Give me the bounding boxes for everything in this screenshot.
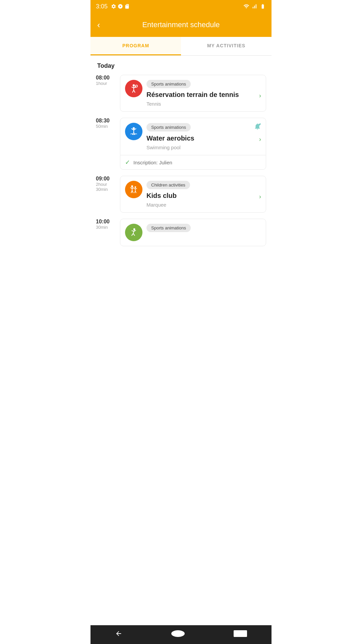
tab-program[interactable]: PROGRAM [90, 37, 181, 55]
schedule-row-partial: 10:00 30min Spor [96, 219, 266, 246]
card-body-tennis: Sports animations Réservation terrain de… [146, 80, 261, 107]
page-title: Entertainment schedule [142, 20, 220, 29]
kids-icon [125, 181, 142, 198]
svg-point-28 [133, 228, 135, 230]
schedule-row-kids: 09:00 2hour 30min [96, 176, 266, 213]
aqua-icon [125, 123, 142, 140]
page-header: ‹ Entertainment schedule [90, 13, 272, 37]
svg-line-29 [133, 230, 134, 233]
svg-line-32 [132, 233, 133, 235]
card-body-aqua: Sports animations Water aer [146, 123, 261, 150]
section-today: Today [97, 62, 266, 69]
card-body-partial: Sports animations [146, 224, 261, 234]
svg-line-27 [135, 191, 136, 193]
sd-card-icon [124, 4, 130, 9]
schedule-row-aqua: 08:30 50min [96, 118, 266, 170]
card-aqua[interactable]: Sports animations Water aer [120, 118, 266, 170]
tab-my-activities[interactable]: MY ACTIVITIES [181, 37, 272, 55]
status-bar: 3:05 [90, 0, 272, 13]
wifi-icon [243, 3, 249, 9]
arrow-icon-1[interactable]: › [259, 92, 261, 99]
card-subtitle-tennis: Tennis [146, 101, 261, 107]
check-icon: ✓ [125, 159, 130, 166]
svg-line-21 [132, 191, 133, 193]
arrow-icon-3[interactable]: › [259, 193, 261, 200]
svg-line-4 [132, 90, 134, 93]
card-body-kids: Children activities Kids club › Marquee [146, 181, 261, 208]
settings-icon [111, 4, 116, 9]
tennis-icon [125, 80, 142, 97]
schedule-row-tennis: 08:00 1hour [96, 75, 266, 112]
card-main-partial: Sports animations [120, 219, 266, 246]
card-subtitle-aqua: Swimming pool [146, 145, 261, 150]
svg-point-15 [259, 123, 261, 125]
status-time: 3:05 [96, 3, 108, 10]
card-title-aqua: Water aerobics [146, 134, 194, 143]
category-badge-4: Sports animations [146, 224, 191, 232]
svg-line-30 [132, 230, 134, 231]
svg-point-16 [131, 185, 133, 187]
schedule-content: Today 08:00 1hour [90, 56, 272, 259]
tabs-container: PROGRAM MY ACTIVITIES [90, 37, 272, 56]
sport2-icon [125, 224, 142, 241]
card-main-kids: Children activities Kids club › Marquee [120, 176, 266, 212]
svg-point-8 [133, 127, 135, 129]
time-col-1: 08:00 1hour [96, 75, 116, 86]
battery-icon [259, 4, 266, 9]
card-main-aqua: Sports animations Water aer [120, 118, 266, 155]
card-kids[interactable]: Children activities Kids club › Marquee [120, 176, 266, 213]
card-subtitle-kids: Marquee [146, 202, 261, 208]
card-title-tennis: Réservation terrain de tennis [146, 90, 239, 99]
category-badge-1: Sports animations [146, 80, 191, 88]
card-main-tennis: Sports animations Réservation terrain de… [120, 75, 266, 111]
category-badge-2: Sports animations [146, 123, 191, 131]
svg-point-0 [133, 84, 135, 86]
inscription-text: Inscription: Julien [133, 160, 172, 165]
time-col-4: 10:00 30min [96, 219, 116, 230]
svg-point-22 [134, 186, 136, 188]
category-badge-3: Children activities [146, 181, 190, 189]
time-col-3: 09:00 2hour 30min [96, 176, 116, 192]
bell-icon [254, 123, 261, 132]
play-icon [118, 4, 123, 9]
time-col-2: 08:30 50min [96, 118, 116, 129]
card-tennis[interactable]: Sports animations Réservation terrain de… [120, 75, 266, 112]
card-partial[interactable]: Sports animations [120, 219, 266, 246]
card-title-kids: Kids club [146, 191, 177, 200]
back-button[interactable]: ‹ [97, 20, 100, 30]
inscription-row: ✓ Inscription: Julien [120, 155, 266, 169]
arrow-icon-2[interactable]: › [259, 136, 261, 143]
svg-line-5 [134, 90, 135, 93]
svg-line-33 [133, 233, 135, 235]
signal-icon [251, 3, 257, 9]
